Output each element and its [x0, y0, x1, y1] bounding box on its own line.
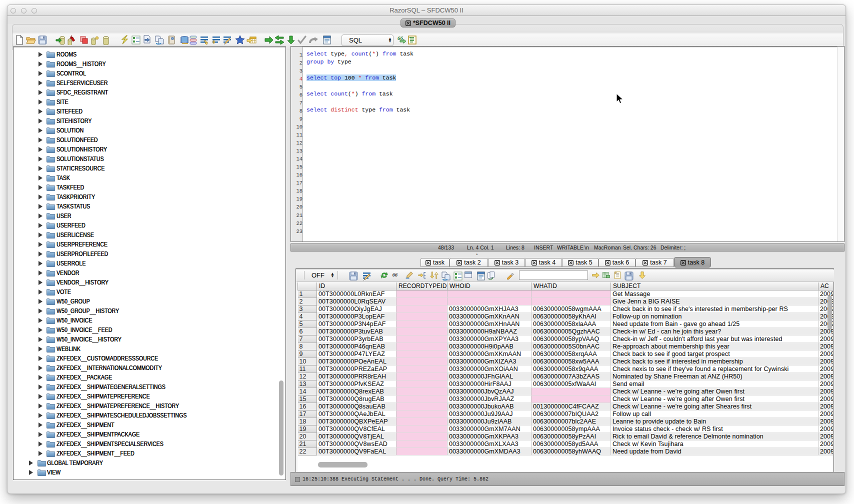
svg-text:66: 66 — [398, 35, 404, 41]
svg-text:66: 66 — [392, 272, 398, 278]
